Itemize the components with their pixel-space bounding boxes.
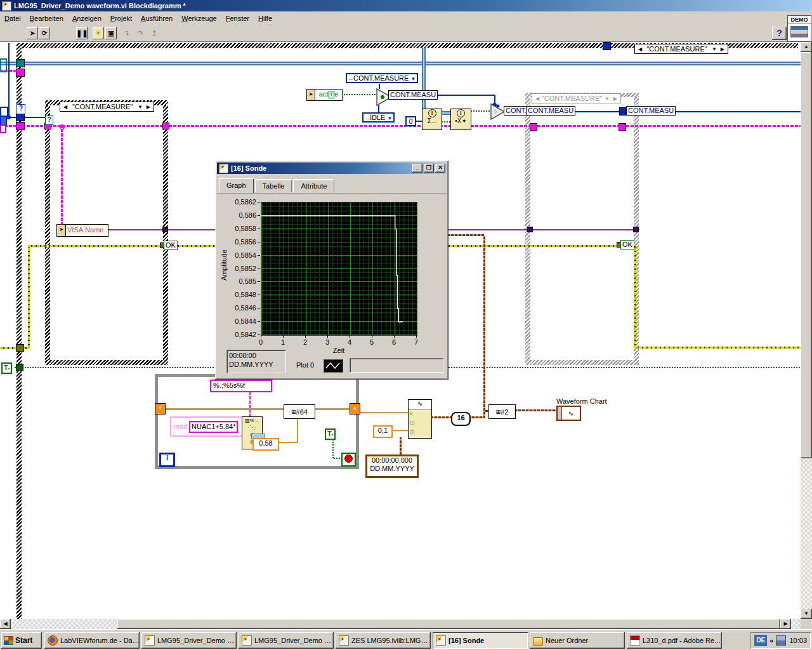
idle-enum-constant[interactable]: ↔IDLE ▼ [362, 112, 395, 123]
zero-constant[interactable]: 0 [405, 116, 416, 126]
blue-wire-vertical-left[interactable] [8, 43, 10, 117]
probe-maximize-button[interactable]: ❐ [424, 164, 434, 173]
task-button[interactable]: LMG95_Driver_Demo w... [239, 632, 334, 649]
case-prev-icon[interactable]: ◀ [638, 46, 642, 52]
visa-tunnel[interactable] [527, 227, 533, 232]
boolean-tunnel[interactable] [16, 364, 23, 371]
waveform-wire-vertical[interactable] [483, 235, 485, 418]
cluster-wire-horizontal[interactable] [0, 125, 801, 127]
run-continuous-button[interactable]: ⟳ [39, 27, 50, 39]
refnum-double-wire-horizontal[interactable] [0, 62, 801, 65]
menu-werkzeuge[interactable]: Werkzeuge [177, 13, 221, 24]
case-dropdown-icon[interactable]: ▼ [712, 46, 717, 52]
task-button[interactable]: LabVIEWforum.de - Das... [44, 632, 140, 649]
vertical-scrollbar-thumb[interactable] [801, 52, 812, 458]
waveform-wire[interactable] [514, 409, 556, 411]
probe-graph-plot-area[interactable] [261, 202, 417, 336]
shift-register-right[interactable]: ▲ [350, 403, 360, 415]
error-tunnel[interactable] [16, 344, 24, 352]
start-button[interactable]: Start [1, 632, 42, 649]
queue-status-node[interactable]: ! Σ... [422, 109, 442, 130]
numeric-wire-vertical[interactable] [297, 418, 298, 443]
vertical-scrollbar[interactable]: ▲ ▼ [801, 42, 812, 619]
refnum-double-wire-vertical[interactable] [422, 48, 426, 109]
horizontal-scrollbar-thumb[interactable] [117, 619, 780, 629]
case-prev-icon[interactable]: ◀ [63, 104, 67, 110]
time-wire-vertical[interactable] [400, 437, 402, 454]
cluster-tunnel[interactable] [619, 123, 626, 131]
tab-tabelle[interactable]: Tabelle [255, 179, 292, 192]
build-waveform-node[interactable]: ∿ v t0 dt [408, 399, 432, 439]
probe-window[interactable]: [16] Sonde _ ❐ ✕ GraphTabelleAttribute A… [215, 161, 449, 380]
dt-constant[interactable]: 0,1 [373, 425, 393, 438]
menu-anzeigen[interactable]: Anzeigen [68, 13, 106, 24]
numeric-array-wire[interactable] [159, 408, 350, 410]
case-next-icon[interactable]: ▶ [721, 46, 724, 52]
left-case-bottom-border[interactable] [45, 360, 168, 365]
task-button[interactable]: L310_d.pdf - Adobe Re... [627, 632, 722, 649]
error-wire-horizontal[interactable] [634, 347, 801, 348]
refnum-wire[interactable] [442, 111, 450, 115]
cluster-tunnel[interactable] [16, 122, 25, 130]
scroll-down-icon[interactable]: ▼ [801, 609, 812, 619]
boolean-wire[interactable] [341, 94, 377, 95]
task-button[interactable]: ZES LMG95.lvlib:LMG95... [336, 632, 431, 649]
scroll-left-icon[interactable]: ◀ [0, 619, 11, 629]
waveform-wire[interactable] [431, 416, 451, 418]
cluster-wire-vertical[interactable] [61, 128, 63, 225]
boolean-wire-vertical[interactable] [332, 440, 334, 458]
blue-wire[interactable] [434, 95, 495, 96]
scan-value-probe[interactable]: 0,58 [252, 438, 279, 451]
plot-legend-swatch[interactable] [324, 359, 343, 373]
probe-close-button[interactable]: ✕ [435, 164, 445, 173]
task-button[interactable]: Neuer Ordner [530, 632, 625, 649]
shift-register-left[interactable]: ▼ [155, 403, 166, 415]
error-probe-ok[interactable]: OK [164, 241, 178, 250]
pause-button[interactable]: ❚❚ [76, 27, 88, 39]
horizontal-scrollbar[interactable]: ◀ ▶ [0, 619, 801, 629]
visa-tunnel[interactable] [162, 227, 168, 232]
step-over-button[interactable]: ↷ [134, 27, 146, 39]
tray-collapse-icon[interactable]: « [769, 637, 773, 644]
case-next-icon[interactable]: ▶ [613, 96, 617, 102]
boolean-wire[interactable] [442, 121, 450, 123]
case-prev-icon[interactable]: ◀ [535, 96, 539, 102]
probe-comment-field[interactable] [350, 358, 443, 373]
visa-tunnel[interactable] [633, 227, 639, 232]
outer-case-selector-terminal[interactable]: ? [16, 104, 25, 114]
numeric-wire[interactable] [277, 442, 298, 443]
cont-measure-enum-constant[interactable]: ↔CONT.MEASURE ▼ [346, 73, 418, 83]
boolean-wire[interactable] [471, 110, 490, 112]
scroll-up-icon[interactable]: ▲ [801, 42, 812, 52]
stop-terminal[interactable] [341, 453, 356, 467]
probe-title-bar[interactable]: [16] Sonde _ ❐ ✕ [217, 162, 447, 174]
probe-minimize-button[interactable]: _ [412, 164, 422, 173]
string-wire-vertical[interactable] [249, 391, 251, 417]
error-probe-ok[interactable]: OK [620, 240, 634, 249]
multiply-node[interactable]: ! •X✦ [450, 109, 471, 130]
waveform-chart-terminal[interactable]: ∿ [556, 406, 581, 421]
disabled-case-bottom-border[interactable] [525, 360, 639, 365]
case-dropdown-icon[interactable]: ▼ [138, 104, 143, 110]
step-out-button[interactable]: ↥ [148, 27, 160, 39]
highlight-execution-bulb-icon[interactable]: ☀ [93, 27, 104, 39]
true-constant[interactable]: T▪ [1, 362, 12, 374]
cluster-tunnel-top[interactable] [16, 69, 25, 77]
error-wire-vertical[interactable] [28, 246, 30, 348]
blue-wire[interactable] [416, 121, 422, 122]
menu-ausführen[interactable]: Ausführen [136, 13, 177, 24]
string-probe[interactable]: read NUAC1+5.84* [170, 416, 244, 437]
iteration-terminal[interactable]: i [159, 453, 175, 467]
format-string-constant[interactable]: %.;%5s%f [210, 380, 272, 392]
tab-graph[interactable]: Graph [219, 178, 254, 193]
scroll-right-icon[interactable]: ▶ [780, 619, 791, 629]
cluster-tunnel[interactable] [162, 123, 169, 129]
menu-projekt[interactable]: Projekt [106, 13, 136, 24]
boolean-wire[interactable] [334, 458, 341, 459]
clipped-refnum-terminal[interactable] [0, 58, 7, 72]
blue-tunnel[interactable] [619, 107, 626, 116]
cluster-tunnel[interactable] [530, 123, 537, 131]
case-next-icon[interactable]: ▶ [147, 104, 150, 110]
language-indicator[interactable]: DE [754, 635, 767, 646]
help-button[interactable]: ? [772, 27, 787, 40]
